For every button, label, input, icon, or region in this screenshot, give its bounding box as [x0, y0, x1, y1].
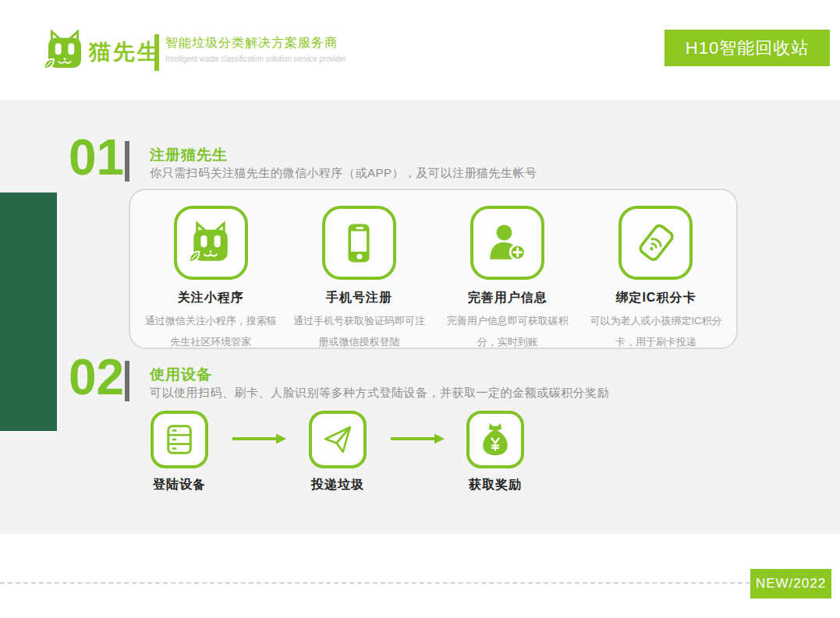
- card-bind-ic-card: 绑定IC积分卡 可以为老人或小孩绑定IC积分卡，用于刷卡投递: [583, 206, 729, 352]
- step-login-device: 登陆设备: [133, 411, 226, 493]
- device-login-icon: [151, 411, 208, 468]
- card-follow-mini-program: 关注小程序 通过微信关注小程序，搜索猫先生社区环境管家: [137, 206, 284, 352]
- section-1-number: 01: [69, 132, 124, 182]
- content-band: 01 注册猫先生 你只需扫码关注猫先生的微信小程序（或APP），及可以注册猫先生…: [0, 100, 840, 534]
- card-description: 通过手机号获取验证码即可注册或微信授权登陆: [292, 310, 426, 352]
- infographic-page: 猫先生 智能垃圾分类解决方案服务商 Intelligent waste clas…: [0, 0, 840, 618]
- cat-logo-icon: [43, 28, 87, 73]
- ic-card-icon: [618, 206, 693, 280]
- arrow-right-icon: [389, 433, 447, 445]
- tagline-chinese: 智能垃圾分类解决方案服务商: [165, 35, 354, 51]
- section-2-description: 可以使用扫码、刷卡、人脸识别等多种方式登陆设备，并获取一定的金额或碳积分奖励: [150, 386, 609, 401]
- section-1-divider: [125, 141, 129, 182]
- section-1-title: 注册猫先生: [150, 145, 228, 165]
- section-2-divider: [125, 361, 129, 401]
- year-badge: NEW/2022: [750, 569, 831, 599]
- section-2-number: 02: [69, 352, 124, 402]
- brand-name: 猫先生: [89, 37, 161, 67]
- card-description: 通过微信关注小程序，搜索猫先生社区环境管家: [144, 310, 278, 352]
- card-title: 绑定IC积分卡: [615, 290, 696, 306]
- step-deliver-waste: 投递垃圾: [291, 411, 385, 493]
- step-label: 投递垃圾: [311, 477, 364, 493]
- product-badge: H10智能回收站: [665, 30, 830, 66]
- register-cards-container: 关注小程序 通过微信关注小程序，搜索猫先生社区环境管家 手机号注册 通过手机号获…: [129, 189, 738, 349]
- card-title: 手机号注册: [326, 290, 392, 306]
- header: 猫先生 智能垃圾分类解决方案服务商 Intelligent waste clas…: [0, 0, 840, 100]
- money-bag-icon: [466, 411, 524, 468]
- user-add-icon: [470, 206, 544, 280]
- logo-divider: [154, 34, 159, 71]
- section-1-description: 你只需扫码关注猫先生的微信小程序（或APP），及可以注册猫先生帐号: [150, 166, 537, 181]
- paper-plane-icon: [309, 411, 367, 468]
- step-get-reward: 获取奖励: [448, 411, 542, 493]
- phone-icon: [322, 206, 396, 280]
- tagline: 智能垃圾分类解决方案服务商 Intelligent waste classifi…: [165, 35, 354, 63]
- card-complete-profile: 完善用户信息 完善用户信息即可获取碳积分，实时到账: [434, 206, 581, 352]
- card-phone-register: 手机号注册 通过手机号获取验证码即可注册或微信授权登陆: [285, 206, 432, 352]
- card-description: 完善用户信息即可获取碳积分，实时到账: [441, 310, 575, 352]
- footer-dashed-line: [0, 582, 750, 584]
- section-2-title: 使用设备: [150, 365, 212, 385]
- arrow-right-icon: [231, 433, 289, 445]
- card-title: 完善用户信息: [468, 290, 548, 306]
- cat-mini-program-icon: [174, 206, 248, 280]
- card-title: 关注小程序: [178, 290, 244, 306]
- step-label: 获取奖励: [469, 477, 522, 493]
- step-label: 登陆设备: [153, 477, 206, 493]
- decorative-side-block: [0, 192, 57, 431]
- tagline-english: Intelligent waste classification solutio…: [165, 55, 346, 63]
- card-description: 可以为老人或小孩绑定IC积分卡，用于刷卡投递: [589, 310, 723, 352]
